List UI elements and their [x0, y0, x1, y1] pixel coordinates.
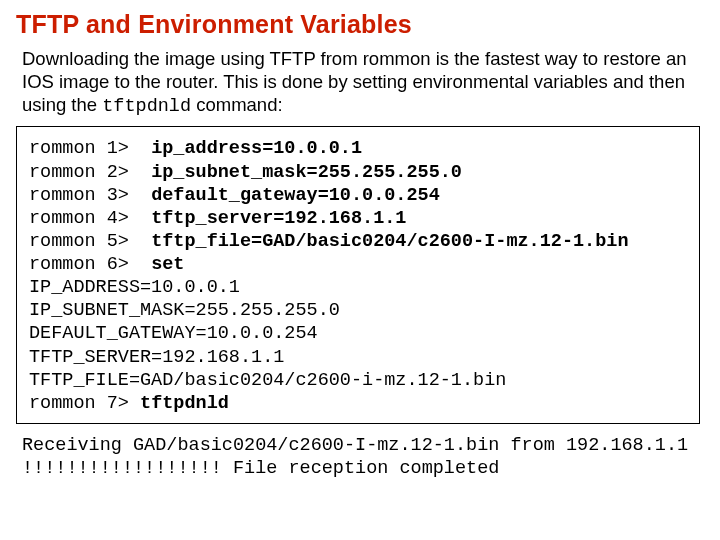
terminal-box: rommon 1> ip_address=10.0.0.1rommon 2> i…: [16, 126, 700, 424]
term-line: rommon 6> set: [29, 253, 687, 276]
intro-code: tftpdnld: [102, 96, 191, 117]
page-title: TFTP and Environment Variables: [16, 10, 702, 39]
term-cmd: ip_subnet_mask=255.255.255.0: [151, 162, 462, 183]
intro-paragraph: Downloading the image using TFTP from ro…: [22, 47, 702, 118]
term-cmd: tftpdnld: [140, 393, 229, 414]
term-echo: IP_ADDRESS=10.0.0.1 IP_SUBNET_MASK=255.2…: [29, 276, 687, 392]
term-prompt: rommon 6>: [29, 254, 151, 275]
term-prompt: rommon 3>: [29, 185, 151, 206]
term-cmd: ip_address=10.0.0.1: [151, 138, 362, 159]
term-line: rommon 4> tftp_server=192.168.1.1: [29, 207, 687, 230]
term-line: rommon 5> tftp_file=GAD/basic0204/c2600-…: [29, 230, 687, 253]
term-prompt: rommon 7>: [29, 393, 140, 414]
term-cmd: set: [151, 254, 184, 275]
intro-text-post: command:: [191, 94, 283, 115]
term-line: rommon 1> ip_address=10.0.0.1: [29, 137, 687, 160]
term-prompt: rommon 5>: [29, 231, 151, 252]
term-prompt: rommon 4>: [29, 208, 151, 229]
term-prompt: rommon 1>: [29, 138, 151, 159]
term-line: rommon 7> tftpdnld: [29, 392, 687, 415]
term-cmd: tftp_server=192.168.1.1: [151, 208, 406, 229]
footer-output: Receiving GAD/basic0204/c2600-I-mz.12-1.…: [22, 434, 696, 480]
term-cmd: tftp_file=GAD/basic0204/c2600-I-mz.12-1.…: [151, 231, 628, 252]
term-cmd: default_gateway=10.0.0.254: [151, 185, 440, 206]
slide: TFTP and Environment Variables Downloadi…: [0, 0, 720, 540]
term-line: rommon 2> ip_subnet_mask=255.255.255.0: [29, 161, 687, 184]
term-line: rommon 3> default_gateway=10.0.0.254: [29, 184, 687, 207]
term-prompt: rommon 2>: [29, 162, 151, 183]
